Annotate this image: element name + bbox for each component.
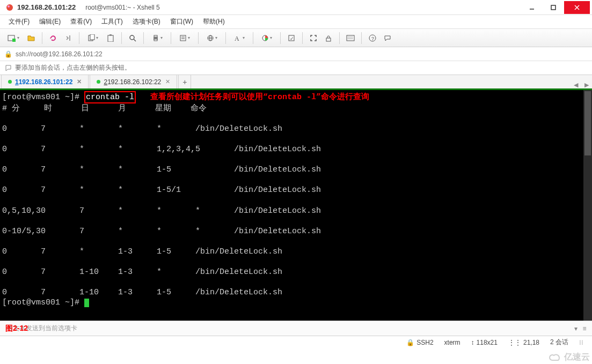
status-dot-icon — [97, 80, 100, 84]
highlighted-command: crontab -l — [84, 91, 136, 103]
shell-prompt: [root@vms001 ~]# — [2, 93, 84, 102]
terminal-scrollbar[interactable] — [583, 90, 592, 321]
cron-header: # 分 时 日 月 星期 命令 — [2, 103, 590, 114]
annotation-text: 查看所创建计划任务则可以使用“crontab -l”命令进行查询 — [136, 93, 369, 102]
globe-button[interactable] — [203, 32, 221, 44]
scrollbar-thumb[interactable] — [584, 91, 591, 155]
status-dot-icon — [8, 80, 12, 84]
address-url[interactable]: ssh://root@192.168.26.101:22 — [16, 50, 103, 58]
app-icon — [5, 3, 14, 12]
script-button[interactable]: ✓ — [285, 32, 298, 44]
address-bar: 🔒 ssh://root@192.168.26.101:22 — [0, 47, 592, 61]
svg-rect-17 — [180, 35, 186, 41]
cron-row: 0 7 * * 1,2,3,4,5 /bin/DeleteLock.sh — [2, 144, 590, 154]
keyboard-button[interactable] — [344, 32, 357, 44]
menu-tabs[interactable]: 选项卡(B) — [128, 16, 165, 28]
svg-point-1 — [8, 5, 10, 8]
send-target-dropdown[interactable]: ▾ — [572, 325, 580, 332]
svg-rect-10 — [108, 35, 113, 42]
new-session-button[interactable] — [4, 32, 23, 44]
add-tab-button[interactable]: + — [178, 75, 191, 88]
cron-row: 0 7 * * * /bin/DeleteLock.sh — [2, 124, 590, 134]
menu-bar: 文件(F) 编辑(E) 查看(V) 工具(T) 选项卡(B) 窗口(W) 帮助(… — [0, 15, 592, 29]
cron-row: 0 7 * * 1-5 /bin/DeleteLock.sh — [2, 165, 590, 175]
svg-point-12 — [130, 35, 134, 40]
menu-tools[interactable]: 工具(T) — [97, 16, 127, 28]
window-title-suffix: root@vms001:~ - Xshell 5 — [85, 4, 160, 11]
cron-row: 0 7 * * 1-5/1 /bin/DeleteLock.sh — [2, 185, 590, 195]
toolbar: A ✓ ? — [0, 29, 592, 47]
cron-row: 0 7 1-10 1-3 1-5 /bin/DeleteLock.sh — [2, 287, 590, 298]
reconnect-button[interactable] — [47, 32, 60, 44]
svg-rect-11 — [109, 34, 112, 36]
tab-label: 192.168.26.102:22 — [107, 78, 161, 86]
help-button[interactable]: ? — [366, 32, 379, 44]
status-grip-icon: ⁞⁞ — [574, 339, 589, 346]
tab-close-icon[interactable]: ✕ — [165, 78, 170, 85]
chat-button[interactable] — [381, 32, 394, 44]
cron-row: 0 7 * 1-3 1-5 /bin/DeleteLock.sh — [2, 247, 590, 257]
add-session-icon[interactable] — [4, 64, 12, 72]
status-bar: 🔒 SSH2 xterm ↕ 118x21 ⋮⋮ 21,18 2 会话 ⁞⁞ — [0, 336, 592, 348]
menu-window[interactable]: 窗口(W) — [166, 16, 198, 28]
open-button[interactable] — [25, 32, 38, 44]
tab-accelerator: 2 — [104, 78, 107, 86]
disconnect-button[interactable] — [62, 32, 75, 44]
svg-text:✓: ✓ — [290, 36, 294, 41]
svg-rect-9 — [90, 34, 94, 40]
status-sessions: 2 会话 — [545, 338, 574, 347]
terminal[interactable]: [root@vms001 ~]# crontab -l 查看所创建计划任务则可以… — [0, 90, 592, 321]
svg-text:A: A — [235, 35, 239, 42]
svg-rect-15 — [154, 35, 157, 37]
tab-nav-prev[interactable]: ◀ — [571, 81, 581, 88]
cron-row: 0-10/5,30 7 * * * /bin/DeleteLock.sh — [2, 226, 590, 236]
font-button[interactable]: A — [230, 32, 249, 44]
menu-edit[interactable]: 编辑(E) — [35, 16, 65, 28]
status-term: xterm — [439, 339, 466, 346]
properties-button[interactable] — [176, 32, 194, 44]
svg-rect-28 — [347, 35, 354, 41]
maximize-button[interactable] — [543, 1, 564, 14]
shell-prompt: [root@vms001 ~]# — [2, 298, 84, 307]
tab-close-icon[interactable]: ✕ — [77, 78, 82, 85]
close-button[interactable] — [564, 1, 590, 14]
menu-file[interactable]: 文件(F) — [4, 16, 34, 28]
cron-row: 0,5,10,30 7 * * * /bin/DeleteLock.sh — [2, 206, 590, 216]
lock-icon: 🔒 — [4, 50, 12, 58]
find-button[interactable] — [126, 32, 139, 44]
status-size: ↕ 118x21 — [466, 339, 503, 346]
lock-button[interactable] — [322, 32, 335, 44]
menu-help[interactable]: 帮助(H) — [199, 16, 229, 28]
send-input-bar[interactable]: 图2-12 将文本发送到当前选项卡 ▾ ≡ — [0, 321, 592, 336]
cron-row: 0 7 1-10 1-3 * /bin/DeleteLock.sh — [2, 267, 590, 277]
hint-bar: 要添加当前会话，点击左侧的箭头按钮。 — [0, 61, 592, 75]
status-cursor: ⋮⋮ 21,18 — [503, 339, 545, 346]
session-tab-2[interactable]: 2 192.168.26.102:22 ✕ — [90, 75, 177, 88]
tab-accelerator: 1 — [15, 78, 19, 86]
hint-text: 要添加当前会话，点击左侧的箭头按钮。 — [15, 63, 131, 72]
status-protocol: 🔒 SSH2 — [401, 339, 438, 346]
figure-label: 图2-12 — [5, 324, 28, 333]
color-button[interactable] — [258, 32, 276, 44]
print-button[interactable] — [148, 32, 166, 44]
cursor — [84, 299, 89, 307]
tab-nav-next[interactable]: ▶ — [581, 81, 592, 88]
send-menu-icon[interactable]: ≡ — [580, 325, 589, 332]
svg-rect-16 — [154, 39, 157, 41]
session-tab-1[interactable]: 1 192.168.26.101:22 ✕ — [1, 75, 89, 88]
fullscreen-button[interactable] — [307, 32, 320, 44]
tab-bar: 1 192.168.26.101:22 ✕ 2 192.168.26.102:2… — [0, 75, 592, 90]
svg-rect-3 — [551, 5, 556, 10]
copy-button[interactable] — [84, 32, 102, 44]
title-bar: 192.168.26.101:22 root@vms001:~ - Xshell… — [0, 0, 592, 15]
watermark: 亿速云 — [549, 352, 590, 363]
svg-line-13 — [134, 39, 136, 41]
svg-point-0 — [6, 4, 13, 11]
window-host: 192.168.26.101:22 — [17, 3, 76, 11]
svg-text:?: ? — [371, 36, 374, 41]
minimize-button[interactable] — [521, 1, 543, 14]
paste-button[interactable] — [104, 32, 117, 44]
menu-view[interactable]: 查看(V) — [66, 16, 96, 28]
tab-label: 192.168.26.101:22 — [19, 78, 73, 86]
svg-rect-27 — [326, 38, 331, 41]
